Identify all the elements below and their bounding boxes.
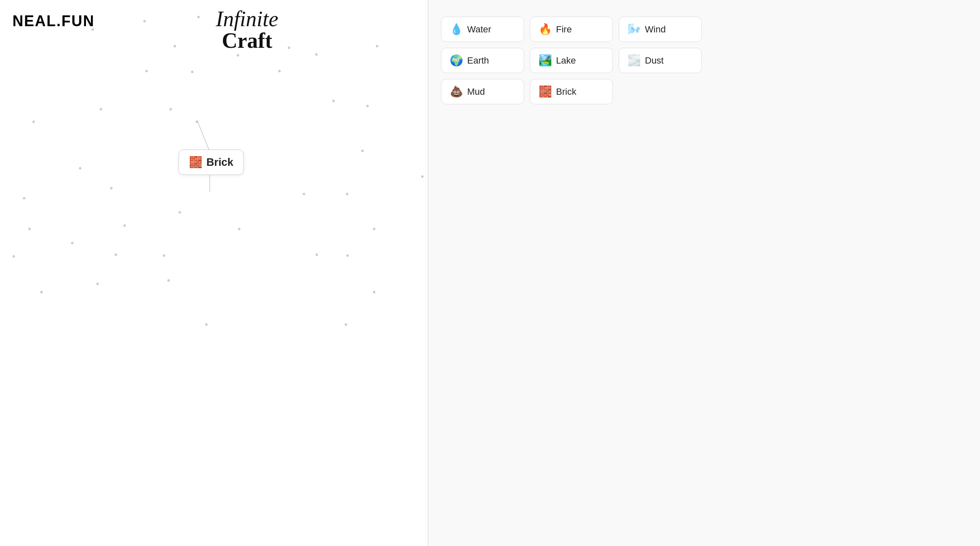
- fire-emoji: 🔥: [539, 23, 552, 36]
- decorative-dot: [79, 167, 81, 170]
- dust-label: Dust: [645, 55, 664, 66]
- canvas-area[interactable]: NEAL.FUN Infinite Craft 🧱 Brick: [0, 0, 428, 546]
- mud-label: Mud: [467, 86, 485, 97]
- decorative-dot: [361, 150, 364, 152]
- decorative-dot: [315, 53, 318, 56]
- decorative-dot: [346, 254, 349, 257]
- decorative-dot: [179, 211, 181, 214]
- sidebar: 💧Water🔥Fire🌬️Wind🌍Earth🏞️Lake🌫️Dust💩Mud🧱…: [429, 0, 980, 546]
- brick-canvas-emoji: 🧱: [189, 156, 202, 169]
- decorative-dot: [163, 254, 165, 257]
- decorative-dot: [191, 71, 194, 73]
- element-btn-dust[interactable]: 🌫️Dust: [619, 48, 702, 73]
- decorative-dot: [288, 47, 290, 49]
- title-line2: Craft: [216, 30, 278, 52]
- decorative-dot: [237, 54, 239, 57]
- element-btn-wind[interactable]: 🌬️Wind: [619, 17, 702, 42]
- element-btn-mud[interactable]: 💩Mud: [441, 79, 524, 104]
- elements-grid: 💧Water🔥Fire🌬️Wind🌍Earth🏞️Lake🌫️Dust💩Mud🧱…: [441, 17, 968, 104]
- brick-canvas-element[interactable]: 🧱 Brick: [179, 150, 244, 175]
- dust-emoji: 🌫️: [627, 54, 641, 67]
- wind-emoji: 🌬️: [627, 23, 641, 36]
- decorative-dot: [238, 228, 240, 230]
- decorative-dot: [421, 175, 424, 178]
- brick-label: Brick: [556, 86, 576, 97]
- decorative-dot: [366, 105, 369, 107]
- water-label: Water: [467, 24, 491, 35]
- brick-canvas-label: Brick: [206, 156, 233, 169]
- earth-emoji: 🌍: [450, 54, 463, 67]
- decorative-dot: [23, 197, 25, 199]
- decorative-dot: [32, 121, 35, 123]
- water-emoji: 💧: [450, 23, 463, 36]
- app-title: Infinite Craft: [216, 8, 278, 52]
- decorative-dot: [278, 70, 281, 72]
- decorative-dot: [197, 16, 200, 18]
- title-line1: Infinite: [216, 8, 278, 30]
- svg-line-0: [197, 121, 210, 152]
- decorative-dot: [346, 193, 348, 195]
- decorative-dot: [145, 70, 148, 72]
- decorative-dot: [332, 100, 335, 102]
- decorative-dot: [196, 121, 198, 123]
- mud-emoji: 💩: [450, 85, 463, 98]
- element-btn-fire[interactable]: 🔥Fire: [530, 17, 613, 42]
- decorative-dot: [205, 323, 208, 326]
- decorative-dot: [71, 242, 74, 244]
- decorative-dot: [174, 45, 176, 47]
- element-btn-brick[interactable]: 🧱Brick: [530, 79, 613, 104]
- decorative-dot: [345, 323, 347, 326]
- element-btn-water[interactable]: 💧Water: [441, 17, 524, 42]
- decorative-dot: [115, 253, 117, 256]
- decorative-dot: [110, 187, 113, 189]
- decorative-dot: [123, 224, 126, 227]
- decorative-dot: [40, 291, 43, 293]
- wind-label: Wind: [645, 24, 666, 35]
- element-btn-lake[interactable]: 🏞️Lake: [530, 48, 613, 73]
- fire-label: Fire: [556, 24, 572, 35]
- decorative-dot: [316, 253, 318, 256]
- decorative-dot: [376, 45, 378, 47]
- element-btn-earth[interactable]: 🌍Earth: [441, 48, 524, 73]
- lake-emoji: 🏞️: [539, 54, 552, 67]
- decorative-dot: [169, 108, 172, 111]
- decorative-dot: [373, 291, 375, 293]
- logo[interactable]: NEAL.FUN: [12, 12, 95, 30]
- lake-label: Lake: [556, 55, 576, 66]
- decorative-dot: [28, 228, 31, 230]
- brick-emoji: 🧱: [539, 85, 552, 98]
- decorative-dot: [373, 228, 375, 230]
- decorative-dot: [12, 255, 15, 258]
- decorative-dot: [167, 279, 170, 282]
- decorative-dot: [143, 20, 146, 22]
- connections-svg: [0, 0, 428, 546]
- decorative-dot: [100, 108, 102, 111]
- decorative-dot: [303, 193, 305, 195]
- decorative-dot: [96, 283, 99, 285]
- earth-label: Earth: [467, 55, 489, 66]
